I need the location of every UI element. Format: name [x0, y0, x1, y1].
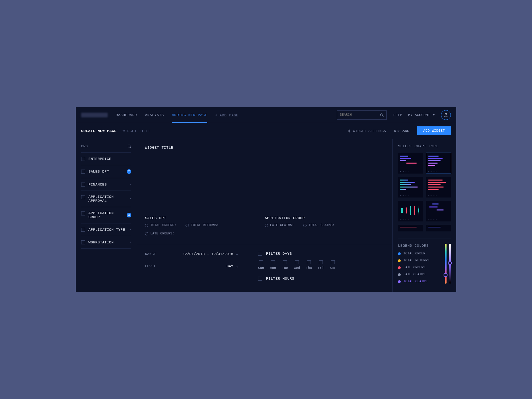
day-wed[interactable]: Wed [294, 260, 300, 270]
legend-dot [398, 266, 401, 269]
chart-type-8[interactable] [426, 225, 451, 231]
search-icon[interactable] [127, 144, 131, 148]
add-widget-button[interactable]: ADD WIDGET [417, 126, 451, 135]
nav-adding-new-page[interactable]: ADDING NEW PAGE [172, 107, 207, 123]
checkbox[interactable] [259, 260, 263, 264]
day-sat[interactable]: Sat [330, 260, 336, 270]
day-label: Fri [318, 266, 324, 270]
sidebar-item-label: WORKSTATION [88, 240, 126, 244]
nav-dashboard[interactable]: DASHBOARD [116, 107, 137, 123]
legend-list: LEGEND COLORS TOTAL ORDER TOTAL RETURNS … [398, 244, 441, 287]
widget-settings-label: WIDGET SETTINGS [353, 129, 386, 133]
chart-type-7[interactable] [398, 225, 423, 231]
widget-settings-link[interactable]: WIDGET SETTINGS [347, 129, 386, 133]
lightness-slider[interactable] [449, 244, 451, 284]
radio-total-orders[interactable]: TOTAL ORDERS: [145, 223, 176, 227]
discard-link[interactable]: DISCARD [394, 129, 409, 133]
svg-point-0 [380, 113, 383, 116]
nav-add-page[interactable]: + ADD PAGE [215, 107, 238, 123]
slider-handle[interactable] [448, 261, 452, 265]
sidebar-item-application-approval[interactable]: APPLICATION APPROVAL › [81, 191, 131, 207]
search-input[interactable] [340, 113, 380, 117]
avatar[interactable] [441, 110, 451, 120]
svg-line-1 [383, 116, 384, 117]
legend-label: TOTAL ORDER [403, 252, 425, 255]
radio-late-claims[interactable]: LATE CLAIMS: [265, 223, 294, 227]
checkbox[interactable] [81, 195, 85, 199]
level-select[interactable]: DAY ⌄ [168, 264, 238, 268]
chart-type-4[interactable]: ▪ — ▪ — ▪ — [426, 177, 451, 198]
checkbox[interactable] [81, 170, 85, 174]
legend-total-claims[interactable]: TOTAL CLAIMS [398, 280, 441, 283]
data-group-sales: SALES DPT TOTAL ORDERS: TOTAL RETURNS: L… [145, 216, 265, 235]
day-fri[interactable]: Fri [318, 260, 324, 270]
chart-type-5[interactable]: ▪ — ▪ — ▪ — [398, 201, 423, 221]
filter-days-toggle[interactable]: FILTER DAYS [258, 252, 384, 256]
data-groups: SALES DPT TOTAL ORDERS: TOTAL RETURNS: L… [145, 216, 384, 235]
legend-label: TOTAL CLAIMS [403, 280, 427, 283]
radio-label: TOTAL RETURNS: [191, 223, 219, 227]
chart-type-6[interactable]: ▪ — ▪ — ▪ — [426, 201, 451, 221]
day-label: Wed [294, 266, 300, 270]
nav-analysis[interactable]: ANALYSIS [145, 107, 164, 123]
account-menu[interactable]: MY ACCOUNT ▾ [408, 113, 435, 117]
search-box[interactable] [337, 110, 387, 120]
checkbox[interactable] [295, 260, 299, 264]
main: ORG ENTERPRICE SALES DPT 2 FINANCES › AP… [76, 139, 456, 292]
day-thu[interactable]: Thu [306, 260, 312, 270]
svg-point-2 [445, 113, 447, 115]
day-label: Mon [270, 266, 276, 270]
legend-dot [398, 259, 401, 262]
legend-late-orders[interactable]: LATE ORDERS [398, 266, 441, 269]
slider-handle[interactable] [444, 273, 448, 277]
sidebar-item-finances[interactable]: FINANCES › [81, 178, 131, 191]
badge: 3 [127, 213, 131, 217]
chevron-right-icon: › [130, 241, 131, 244]
checkbox[interactable] [81, 211, 85, 215]
sidebar-item-workstation[interactable]: WORKSTATION › [81, 236, 131, 249]
legend-dot [398, 280, 401, 283]
filter-hours-toggle[interactable]: FILTER HOURS [258, 277, 384, 281]
checkbox[interactable] [307, 260, 311, 264]
sidebar-item-label: FINANCES [88, 183, 126, 187]
checkbox[interactable] [319, 260, 323, 264]
checkbox[interactable] [81, 157, 85, 161]
radio-late-orders[interactable]: LATE ORDERS: [145, 232, 265, 235]
logo [81, 113, 108, 117]
chart-type-3[interactable]: ▪ — ▪ — ▪ — [398, 177, 423, 198]
day-label: Tue [282, 266, 288, 270]
checkbox[interactable] [81, 183, 85, 187]
hue-slider[interactable] [445, 244, 447, 284]
checkbox[interactable] [283, 260, 287, 264]
checkbox[interactable] [258, 277, 262, 281]
chart-type-2[interactable]: ▪ — ▪ — ▪ — [426, 153, 451, 174]
legend-label: LATE ORDERS [403, 266, 425, 269]
sidebar-item-application-type[interactable]: APPLICATION TYPE › [81, 223, 131, 236]
checkbox[interactable] [258, 252, 262, 256]
sidebar-item-application-group[interactable]: APPLICATION GROUP 3 [81, 207, 131, 223]
search-icon [380, 113, 384, 117]
legend-late-claims[interactable]: LATE CLAIMS [398, 273, 441, 276]
sidebar-item-enterprice[interactable]: ENTERPRICE [81, 153, 131, 165]
checkbox[interactable] [331, 260, 335, 264]
top-right: HELP MY ACCOUNT ▾ [393, 110, 451, 120]
day-sun[interactable]: Sun [258, 260, 264, 270]
checkbox[interactable] [81, 228, 85, 232]
legend-total-order[interactable]: TOTAL ORDER [398, 252, 441, 255]
help-link[interactable]: HELP [393, 113, 402, 117]
range-select[interactable]: 12/01/2018 – 12/31/2018 ⌄ [168, 252, 238, 256]
checkbox[interactable] [81, 240, 85, 244]
chevron-right-icon: › [130, 183, 131, 186]
checkbox[interactable] [271, 260, 275, 264]
chevron-right-icon: › [130, 228, 131, 231]
radio-total-returns[interactable]: TOTAL RETURNS: [186, 223, 219, 227]
day-mon[interactable]: Mon [270, 260, 276, 270]
radio-total-claims[interactable]: TOTAL CLAIMS: [303, 223, 334, 227]
day-tue[interactable]: Tue [282, 260, 288, 270]
chart-type-title: SELECT CHART TYPE [398, 144, 451, 148]
chart-type-1[interactable]: ▪ — ▪ — ▪ — [398, 153, 423, 174]
sidebar-item-sales-dpt[interactable]: SALES DPT 2 [81, 165, 131, 178]
center-panel: WIDGET TITLE SALES DPT TOTAL ORDERS: TOT… [137, 139, 392, 292]
sidebar-item-label: APPLICATION APPROVAL [88, 195, 126, 203]
legend-total-returns[interactable]: TOTAL RETURNS [398, 259, 441, 262]
